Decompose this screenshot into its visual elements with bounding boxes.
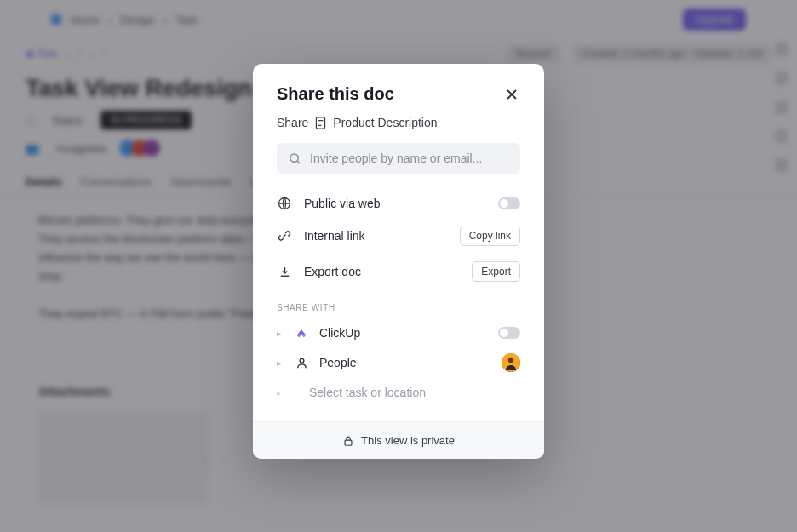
- clickup-icon: [294, 326, 309, 340]
- export-doc-label: Export doc: [304, 265, 460, 278]
- export-doc-row: Export doc Export: [277, 254, 520, 289]
- caret-right-icon: ▸: [277, 358, 284, 368]
- export-button[interactable]: Export: [472, 261, 520, 282]
- public-web-toggle[interactable]: [498, 197, 520, 209]
- copy-link-button[interactable]: Copy link: [460, 226, 520, 246]
- lock-icon: [342, 435, 354, 447]
- avatar: [502, 353, 520, 372]
- caret-right-icon: ▸: [277, 388, 284, 398]
- share-modal: Share this doc Share Product Description…: [253, 64, 544, 459]
- person-icon: [294, 357, 309, 369]
- svg-point-3: [300, 358, 304, 363]
- breadcrumb: Share Product Description: [277, 116, 520, 129]
- modal-title: Share this doc: [277, 84, 520, 104]
- share-clickup-label: ClickUp: [319, 326, 488, 340]
- modal-footer: This view is private: [253, 421, 544, 459]
- internal-link-row: Internal link Copy link: [277, 218, 520, 254]
- share-people-row[interactable]: ▸ People: [277, 346, 520, 379]
- svg-rect-6: [345, 440, 352, 445]
- search-icon: [289, 152, 301, 165]
- public-web-row: Public via web: [277, 189, 520, 218]
- select-task-label: Select task or location: [309, 386, 520, 399]
- download-icon: [277, 266, 292, 278]
- share-clickup-toggle[interactable]: [498, 327, 520, 339]
- close-icon[interactable]: [503, 86, 520, 103]
- share-people-label: People: [319, 356, 491, 369]
- globe-icon: [277, 197, 292, 210]
- svg-point-5: [508, 358, 513, 363]
- breadcrumb-doc-name: Product Description: [333, 116, 437, 129]
- link-icon: [277, 229, 292, 243]
- doc-icon: [315, 117, 326, 129]
- select-task-row[interactable]: ▸ Select task or location: [277, 379, 520, 406]
- internal-link-label: Internal link: [304, 229, 448, 243]
- footer-text: This view is private: [361, 434, 455, 447]
- invite-search[interactable]: [277, 143, 520, 174]
- svg-point-1: [290, 153, 298, 161]
- breadcrumb-share: Share: [277, 116, 308, 129]
- invite-input[interactable]: [310, 152, 508, 165]
- public-web-label: Public via web: [304, 197, 486, 210]
- share-with-header: SHARE WITH: [277, 303, 520, 312]
- share-clickup-row[interactable]: ▸ ClickUp: [277, 319, 520, 346]
- caret-right-icon: ▸: [277, 329, 284, 338]
